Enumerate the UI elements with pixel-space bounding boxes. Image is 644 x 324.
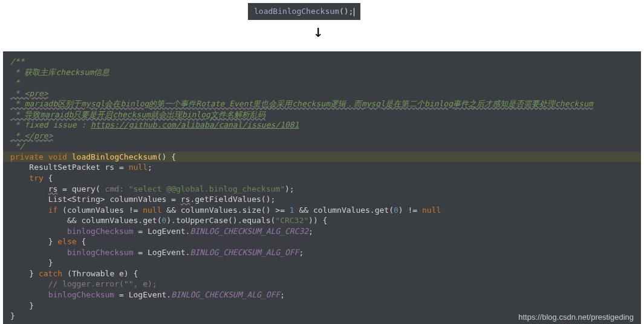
issue-link[interactable]: https://github.com/alibaba/canal/issues/… xyxy=(91,120,299,129)
snippet-method: loadBinlogChecksum xyxy=(254,7,339,16)
comment-line: * xyxy=(3,77,641,88)
comment-line: /** xyxy=(3,56,641,67)
comment-line: * mariadb区别于mysql会在binlog的第一个事件Rotate Ev… xyxy=(3,99,641,109)
code-line: binlogChecksum = LogEvent.BINLOG_CHECKSU… xyxy=(3,247,641,258)
code-line: // logger.error("", e); xyxy=(3,279,641,290)
comment-line: * fixed issue : https://github.com/aliba… xyxy=(3,120,641,131)
code-line: ResultSetPacket rs = null; xyxy=(3,162,641,173)
snippet-paren: (); xyxy=(339,7,353,16)
code-line: binlogChecksum = LogEvent.BINLOG_CHECKSU… xyxy=(3,290,641,300)
top-code-snippet: loadBinlogChecksum(); xyxy=(248,3,360,20)
arrow-down-icon: ↓ xyxy=(313,21,324,41)
comment-line: * 获取主库checksum信息 xyxy=(3,67,641,78)
code-line: rs = query( cmd: "select @@global.binlog… xyxy=(3,184,641,195)
text-cursor xyxy=(354,8,354,16)
code-line: } catch (Throwable e) { xyxy=(3,268,641,279)
code-line: try { xyxy=(3,173,641,184)
comment-line: * 导致maraidb只要是开启checksum就会出现binlog文件名解析乱… xyxy=(3,109,641,120)
code-editor[interactable]: /** * 获取主库checksum信息 * * <pre> * mariadb… xyxy=(3,51,641,324)
code-line: } xyxy=(3,258,641,268)
watermark-text: https://blog.csdn.net/prestigeding xyxy=(518,312,634,323)
method-declaration: private void loadBinlogChecksum() { xyxy=(3,152,641,163)
code-line: } xyxy=(3,300,641,311)
code-line: && columnValues.get(0).toUpperCase().equ… xyxy=(3,215,641,226)
code-line: List<String> columnValues = rs.getFieldV… xyxy=(3,194,641,205)
comment-line: * <pre> xyxy=(3,88,641,99)
comment-line: */ xyxy=(3,141,641,152)
code-line: if (columnValues != null && columnValues… xyxy=(3,205,641,216)
code-line: } else { xyxy=(3,236,641,247)
code-line: binlogChecksum = LogEvent.BINLOG_CHECKSU… xyxy=(3,226,641,237)
comment-line: * </pre> xyxy=(3,131,641,141)
